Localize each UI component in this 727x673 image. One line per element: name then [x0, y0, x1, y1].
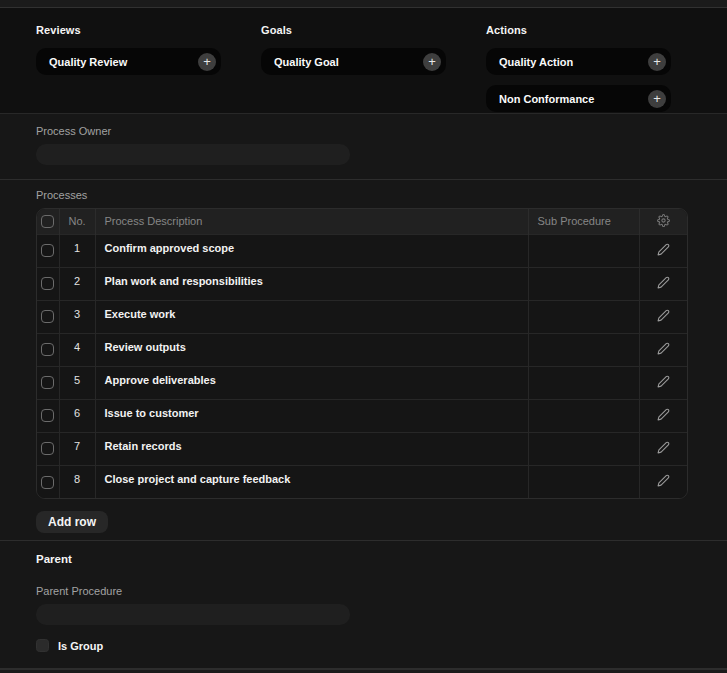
row-checkbox[interactable] [41, 277, 54, 290]
pencil-icon [657, 309, 670, 322]
table-row: 1 Confirm approved scope [37, 234, 687, 267]
is-group-label: Is Group [58, 640, 103, 652]
top-divider [0, 0, 727, 8]
processes-section: Processes No. Process Description Sub Pr… [0, 180, 727, 541]
pencil-icon [657, 276, 670, 289]
row-checkbox[interactable] [41, 409, 54, 422]
row-description[interactable]: Issue to customer [95, 399, 528, 432]
connection-pill-label: Non Conformance [499, 93, 594, 105]
table-row: 6 Issue to customer [37, 399, 687, 432]
row-checkbox[interactable] [41, 476, 54, 489]
col-sub-procedure-header: Sub Procedure [528, 209, 639, 234]
table-header-row: No. Process Description Sub Procedure [37, 209, 687, 234]
add-row-button[interactable]: Add row [36, 511, 108, 533]
connection-pill[interactable]: Non Conformance + [486, 85, 671, 112]
edit-row-button[interactable] [657, 408, 670, 421]
connection-pill[interactable]: Quality Goal + [261, 48, 446, 75]
edit-row-button[interactable] [657, 342, 670, 355]
row-checkbox[interactable] [41, 442, 54, 455]
connections-column: Reviews Quality Review + [36, 17, 221, 112]
connection-pill-label: Quality Action [499, 56, 573, 68]
row-sub-procedure[interactable] [528, 399, 639, 432]
row-number: 1 [59, 234, 95, 267]
parent-procedure-label: Parent Procedure [36, 585, 691, 597]
row-number: 2 [59, 267, 95, 300]
page: Reviews Quality Review + Goals Quality G… [0, 0, 727, 672]
row-description[interactable]: Close project and capture feedback [95, 465, 528, 498]
parent-section: Parent Parent Procedure Is Group [0, 541, 727, 669]
row-checkbox[interactable] [41, 310, 54, 323]
add-connection-button[interactable]: + [648, 53, 666, 71]
connection-pill-list: Quality Action + Non Conformance + [486, 48, 671, 112]
row-checkbox[interactable] [41, 244, 54, 257]
row-description[interactable]: Execute work [95, 300, 528, 333]
table-row: 3 Execute work [37, 300, 687, 333]
row-sub-procedure[interactable] [528, 300, 639, 333]
row-checkbox[interactable] [41, 376, 54, 389]
plus-icon: + [428, 55, 436, 68]
parent-heading: Parent [36, 553, 691, 565]
edit-row-button[interactable] [657, 309, 670, 322]
row-number: 6 [59, 399, 95, 432]
table-row: 7 Retain records [37, 432, 687, 465]
connections-band: Reviews Quality Review + Goals Quality G… [0, 8, 727, 114]
col-description-header: Process Description [95, 209, 528, 234]
connections-column-heading: Goals [261, 24, 446, 36]
row-description[interactable]: Retain records [95, 432, 528, 465]
row-checkbox[interactable] [41, 343, 54, 356]
row-sub-procedure[interactable] [528, 234, 639, 267]
edit-row-button[interactable] [657, 375, 670, 388]
gear-icon [657, 214, 670, 227]
row-number: 5 [59, 366, 95, 399]
connection-pill-list: Quality Goal + [261, 48, 446, 75]
row-description[interactable]: Confirm approved scope [95, 234, 528, 267]
row-number: 3 [59, 300, 95, 333]
process-table: No. Process Description Sub Procedure [36, 208, 688, 499]
process-table-body: 1 Confirm approved scope 2 Plan work and… [37, 234, 687, 498]
plus-icon: + [653, 92, 661, 105]
is-group-row: Is Group [36, 639, 691, 652]
row-number: 8 [59, 465, 95, 498]
row-sub-procedure[interactable] [528, 432, 639, 465]
plus-icon: + [653, 55, 661, 68]
add-connection-button[interactable]: + [423, 53, 441, 71]
connection-pill[interactable]: Quality Review + [36, 48, 221, 75]
process-owner-label: Process Owner [36, 125, 691, 137]
row-sub-procedure[interactable] [528, 465, 639, 498]
connection-pill[interactable]: Quality Action + [486, 48, 671, 75]
connection-pill-label: Quality Review [49, 56, 127, 68]
parent-procedure-input[interactable] [36, 604, 350, 625]
connection-pill-list: Quality Review + [36, 48, 221, 75]
connections-column: Goals Quality Goal + [261, 17, 446, 112]
row-number: 4 [59, 333, 95, 366]
connection-pill-label: Quality Goal [274, 56, 339, 68]
connections-column-heading: Actions [486, 24, 671, 36]
edit-row-button[interactable] [657, 243, 670, 256]
row-description[interactable]: Review outputs [95, 333, 528, 366]
row-sub-procedure[interactable] [528, 366, 639, 399]
edit-row-button[interactable] [657, 474, 670, 487]
row-description[interactable]: Approve deliverables [95, 366, 528, 399]
add-connection-button[interactable]: + [198, 53, 216, 71]
table-row: 5 Approve deliverables [37, 366, 687, 399]
table-row: 2 Plan work and responsibilities [37, 267, 687, 300]
row-number: 7 [59, 432, 95, 465]
grid-settings-button[interactable] [657, 214, 670, 227]
process-owner-input[interactable] [36, 144, 350, 165]
row-sub-procedure[interactable] [528, 267, 639, 300]
row-sub-procedure[interactable] [528, 333, 639, 366]
bottom-divider [0, 669, 727, 672]
plus-icon: + [203, 55, 211, 68]
pencil-icon [657, 408, 670, 421]
edit-row-button[interactable] [657, 276, 670, 289]
edit-row-button[interactable] [657, 441, 670, 454]
pencil-icon [657, 441, 670, 454]
select-all-checkbox[interactable] [41, 215, 54, 228]
add-connection-button[interactable]: + [648, 90, 666, 108]
is-group-checkbox[interactable] [36, 639, 49, 652]
process-owner-section: Process Owner [0, 114, 727, 180]
col-no-header: No. [59, 209, 95, 234]
row-description[interactable]: Plan work and responsibilities [95, 267, 528, 300]
pencil-icon [657, 474, 670, 487]
pencil-icon [657, 243, 670, 256]
